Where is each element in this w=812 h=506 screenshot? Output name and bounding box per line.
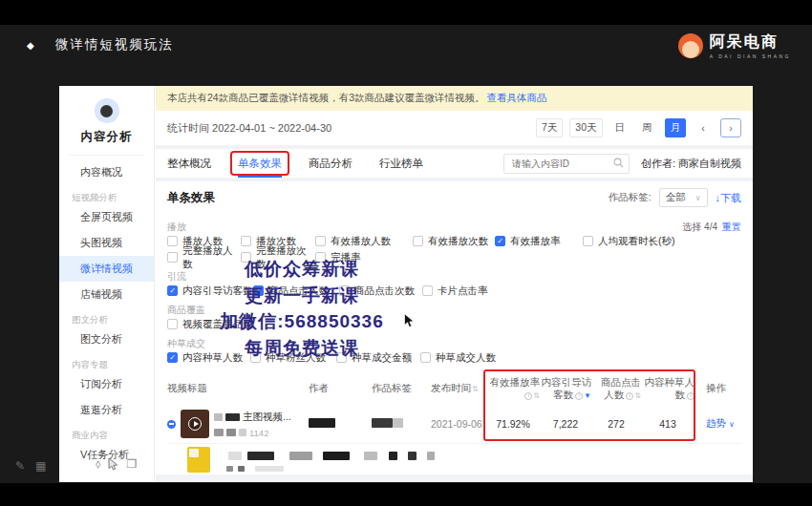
sidebar-item-fullscreen-video[interactable]: 全屏页视频 [59, 204, 154, 230]
info-icon[interactable]: i [687, 392, 694, 400]
range-week-button[interactable]: 周 [637, 118, 658, 137]
sidebar-item-label: 微详情视频 [80, 262, 133, 276]
metric-valid-play-count[interactable]: 有效播放次数 [413, 235, 495, 248]
sidebar-item-subscription-analysis[interactable]: 订阅分析 [59, 371, 154, 397]
sort-icon[interactable]: ⇅ [533, 391, 540, 400]
guided-visitors-value: 7,222 [540, 418, 591, 430]
range-day-button[interactable]: 日 [609, 118, 630, 137]
metric-group-product-coverage: 商品覆盖 [167, 304, 205, 317]
checkbox-icon[interactable] [241, 252, 251, 263]
metric-full-play-users[interactable]: 完整播放人数 [167, 244, 241, 271]
checkbox-icon[interactable] [422, 285, 433, 296]
metric-label: 商品点击人数 [268, 285, 329, 298]
checkbox-icon[interactable] [167, 352, 178, 363]
search-input[interactable] [503, 154, 630, 174]
tag-filter-select[interactable]: 全部 ∨ [659, 188, 708, 207]
checkbox-icon[interactable] [583, 236, 593, 246]
sidebar-item-shop-video[interactable]: 店铺视频 [59, 282, 154, 307]
metric-content-seeded-users[interactable]: 内容种草人数 [167, 351, 250, 365]
range-30d-button[interactable]: 30天 [569, 118, 602, 137]
laser-page-icon[interactable]: ❐ [126, 457, 137, 471]
metric-group-play: 播放 [167, 221, 186, 234]
cursor-tool-icon[interactable] [108, 457, 118, 471]
notice-banner: 本店共有24款商品已覆盖微详情视频，有3款商品建议覆盖微详情视频。 查看具体商品 [156, 86, 753, 111]
metric-label: 内容种草人数 [182, 351, 243, 365]
metric-full-play-count[interactable]: 完整播放次数 [241, 244, 315, 271]
slide-header: ◆ 微详情短视频玩法 [27, 36, 174, 53]
sort-icon[interactable]: ⇅ [472, 385, 479, 393]
info-icon[interactable]: i [524, 392, 532, 400]
sidebar-item-micro-detail-video[interactable]: 微详情视频 [59, 256, 154, 282]
col-product-clicks[interactable]: 商品点击人数i⇅ [591, 376, 641, 401]
checkbox-icon[interactable] [253, 285, 264, 296]
metric-content-guided-visitors[interactable]: 内容引导访客数 [167, 285, 253, 298]
metric-label: 种草成交金额 [352, 351, 412, 365]
prev-period-button[interactable]: ‹ [693, 118, 714, 137]
col-video-title[interactable]: 视频标题 [167, 382, 309, 395]
metric-card-click-rate[interactable]: 卡片点击率 [422, 285, 488, 298]
checkbox-icon[interactable] [420, 352, 431, 363]
metric-valid-play-rate[interactable]: 有效播放率 [495, 235, 583, 248]
checkbox-icon[interactable] [315, 252, 326, 263]
eraser-icon[interactable]: ⬨ [96, 457, 100, 471]
metric-completion-rate[interactable]: 完播率 [315, 251, 413, 264]
avatar[interactable] [95, 98, 119, 123]
checkbox-icon[interactable] [413, 236, 423, 246]
metric-seeding-buyers[interactable]: 种草成交人数 [420, 351, 496, 365]
diamond-bullet-icon: ◆ [27, 40, 34, 51]
publish-date: 2021-09-06 [431, 418, 486, 430]
next-period-button[interactable]: › [720, 118, 741, 137]
sidebar-item-guangguang-analysis[interactable]: 逛逛分析 [59, 397, 154, 423]
col-seeded-users[interactable]: 内容种草人数i [641, 376, 694, 401]
pen-icon[interactable]: ✎ [15, 459, 25, 473]
checkbox-icon[interactable] [167, 319, 178, 329]
range-7d-button[interactable]: 7天 [536, 118, 563, 137]
sort-desc-icon[interactable]: ▼ [584, 391, 591, 400]
notice-link[interactable]: 查看具体商品 [487, 92, 547, 105]
metric-seeded-fans[interactable]: 种草粉丝人数 [250, 351, 336, 365]
metric-product-click-count[interactable]: 商品点击次数 [339, 285, 422, 298]
info-icon[interactable]: i [626, 392, 633, 400]
checkbox-icon[interactable] [339, 285, 350, 296]
table-row[interactable]: 主图视频... 1142 2021-09-06 71.92% 7,222 272… [167, 405, 741, 443]
video-thumbnail[interactable] [181, 410, 209, 438]
col-tag[interactable]: 作品标签 [372, 382, 431, 395]
row-select-toggle[interactable] [167, 420, 176, 429]
checkbox-icon[interactable] [167, 285, 178, 296]
info-icon[interactable]: i [575, 392, 583, 400]
tab-single-item-effect[interactable]: 单条效果 [238, 149, 282, 178]
tab-industry-ranking[interactable]: 行业榜单 [379, 149, 423, 178]
sort-icon[interactable]: ⇅ [634, 391, 641, 400]
board-icon[interactable]: ▦ [35, 459, 46, 473]
range-month-button[interactable]: 月 [665, 118, 687, 137]
col-author[interactable]: 作者 [309, 382, 372, 395]
col-guided-visitors[interactable]: 内容引导访客数i▼ [540, 376, 591, 401]
sidebar-item-head-image-video[interactable]: 头图视频 [59, 230, 154, 256]
table-row-partial[interactable] [167, 443, 741, 474]
metric-valid-play-users[interactable]: 有效播放人数 [315, 235, 413, 248]
video-meta: 1142 [249, 428, 268, 438]
col-valid-play-rate[interactable]: 有效播放率i⇅ [486, 376, 540, 401]
metric-video-covered-products[interactable]: 视频覆盖商品数 [167, 318, 253, 331]
sidebar-item-content-overview[interactable]: 内容概况 [59, 159, 154, 185]
reset-button[interactable]: 重置 [722, 221, 741, 232]
metric-seeding-gmv[interactable]: 种草成交金额 [336, 351, 420, 365]
checkbox-icon[interactable] [495, 236, 505, 246]
metric-label: 视频覆盖商品数 [182, 318, 253, 331]
redacted-block [247, 452, 274, 460]
metric-avg-watch-time[interactable]: 人均观看时长(秒) [583, 235, 675, 248]
download-button[interactable]: ↓下载 [716, 191, 742, 205]
tab-overall-overview[interactable]: 整体概况 [167, 149, 211, 178]
sidebar-section-label: 内容专题 [72, 359, 108, 371]
checkbox-icon[interactable] [315, 236, 326, 246]
sidebar-item-image-text-analysis[interactable]: 图文分析 [59, 327, 154, 352]
checkbox-icon[interactable] [250, 352, 261, 363]
trend-link[interactable]: 趋势 ∨ [706, 417, 735, 429]
table-footer-strip [156, 474, 753, 482]
col-publish-date[interactable]: 发布时间⇅ [431, 382, 486, 395]
checkbox-icon[interactable] [336, 352, 347, 363]
tab-product-analysis[interactable]: 商品分析 [309, 149, 353, 178]
checkbox-icon[interactable] [167, 252, 178, 263]
creator-filter[interactable]: 创作者: 商家自制视频 [641, 157, 741, 171]
metric-product-click-users[interactable]: 商品点击人数 [253, 285, 339, 298]
